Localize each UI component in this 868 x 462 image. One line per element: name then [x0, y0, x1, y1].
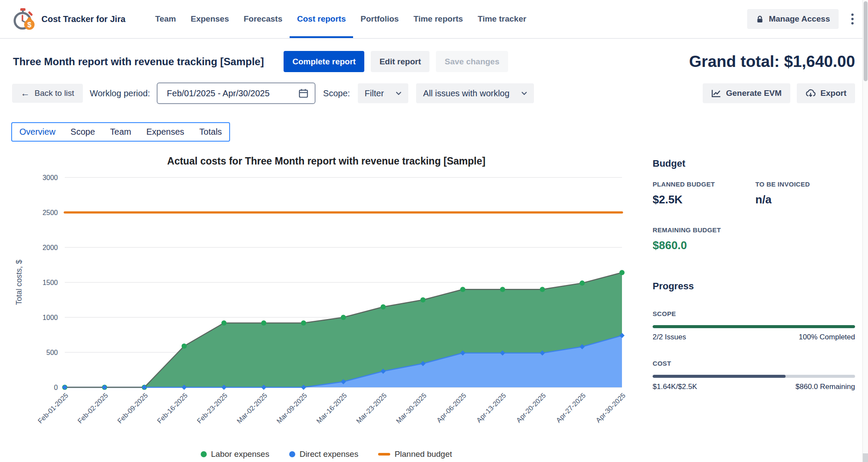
chart-title: Actual costs for Three Month report with… — [11, 155, 641, 167]
svg-text:Apr-27-2025: Apr-27-2025 — [555, 392, 587, 424]
svg-text:Apr-30-2025: Apr-30-2025 — [594, 392, 627, 424]
scope-label: Scope: — [323, 89, 350, 98]
more-options-button[interactable] — [848, 10, 857, 28]
svg-text:Feb-09-2025: Feb-09-2025 — [116, 392, 149, 425]
svg-text:Mar-30-2025: Mar-30-2025 — [395, 392, 428, 425]
manage-access-button[interactable]: Manage Access — [747, 9, 839, 29]
svg-text:Feb-02-2025: Feb-02-2025 — [76, 392, 110, 425]
scrollbar-corner — [863, 453, 868, 462]
cost-progress-track — [653, 375, 855, 378]
primary-nav: Team Expenses Forecasts Cost reports Por… — [148, 0, 534, 38]
scope-issues-text: 2/2 Issues — [653, 333, 686, 342]
scrollbar-thumb[interactable] — [864, 1, 868, 81]
legend-item-direct[interactable]: Direct expenses — [289, 449, 358, 459]
report-bar: Three Month report with revenue tracking… — [0, 51, 868, 72]
nav-item-cost-reports[interactable]: Cost reports — [290, 0, 353, 38]
tab-team[interactable]: Team — [110, 127, 131, 137]
cloud-download-icon — [805, 89, 816, 98]
svg-text:2000: 2000 — [42, 244, 58, 251]
chart-line-icon — [711, 89, 721, 98]
issues-scope-dropdown[interactable]: All issues with worklog — [416, 83, 534, 103]
svg-text:Mar-02-2025: Mar-02-2025 — [235, 392, 268, 425]
svg-text:Mar-16-2025: Mar-16-2025 — [315, 392, 348, 425]
back-to-list-button[interactable]: ← Back to list — [12, 84, 83, 103]
app-title: Cost Tracker for Jira — [41, 14, 126, 24]
scope-completed-text: 100% Completed — [799, 333, 855, 342]
scope-progress-track — [653, 325, 855, 328]
generate-evm-button[interactable]: Generate EVM — [703, 83, 790, 103]
remaining-budget-value: $860.0 — [653, 239, 855, 252]
scope-progress-fill — [653, 325, 855, 328]
svg-text:Apr-20-2025: Apr-20-2025 — [515, 392, 547, 424]
cost-remaining-text: $860.0 Remaining — [795, 383, 855, 391]
svg-text:0: 0 — [54, 384, 58, 391]
legend-item-labor[interactable]: Labor expenses — [201, 449, 269, 459]
labor-legend-dot-icon — [201, 451, 207, 457]
planned-budget-value: $2.5K — [653, 193, 755, 206]
svg-text:1000: 1000 — [42, 314, 58, 321]
svg-text:1500: 1500 — [42, 279, 58, 286]
to-be-invoiced-value: n/a — [755, 193, 855, 206]
svg-text:Total costs, $: Total costs, $ — [15, 259, 23, 305]
to-be-invoiced-label: TO BE INVOICED — [755, 180, 855, 188]
cost-progress-label: COST — [653, 360, 855, 367]
nav-item-time-reports[interactable]: Time reports — [406, 0, 470, 38]
nav-item-time-tracker[interactable]: Time tracker — [470, 0, 534, 38]
nav-item-forecasts[interactable]: Forecasts — [237, 0, 290, 38]
legend-item-budget[interactable]: Planned budget — [378, 449, 452, 459]
chart-legend: Labor expenses Direct expenses Planned b… — [11, 449, 641, 459]
cost-chart: 050010001500200025003000Feb-01-2025Feb-0… — [11, 168, 641, 448]
summary-sidebar: Budget PLANNED BUDGET $2.5K TO BE INVOIC… — [653, 148, 855, 459]
nav-item-portfolios[interactable]: Portfolios — [353, 0, 406, 38]
worklog-period-field[interactable] — [157, 82, 316, 104]
svg-text:Mar-23-2025: Mar-23-2025 — [355, 392, 388, 425]
back-arrow-icon: ← — [21, 88, 30, 98]
svg-text:Feb-16-2025: Feb-16-2025 — [156, 392, 189, 425]
svg-text:3000: 3000 — [42, 174, 58, 181]
cost-progress-fill — [653, 375, 786, 378]
tab-totals[interactable]: Totals — [199, 127, 222, 137]
report-title: Three Month report with revenue tracking… — [13, 56, 264, 68]
lock-icon — [756, 15, 764, 23]
svg-text:500: 500 — [46, 349, 58, 356]
remaining-budget-label: REMAINING BUDGET — [653, 226, 855, 234]
nav-item-team[interactable]: Team — [148, 0, 183, 38]
svg-text:Apr-13-2025: Apr-13-2025 — [475, 392, 508, 424]
svg-text:2500: 2500 — [42, 209, 58, 216]
svg-text:Feb-01-2025: Feb-01-2025 — [36, 392, 69, 425]
complete-report-button[interactable]: Complete report — [284, 51, 364, 72]
grand-total: Grand total: $1,640.00 — [689, 53, 855, 71]
tab-scope[interactable]: Scope — [70, 127, 95, 137]
main-content: Actual costs for Three Month report with… — [0, 148, 868, 459]
save-changes-button: Save changes — [436, 51, 508, 72]
chart-section: Actual costs for Three Month report with… — [11, 148, 641, 459]
report-tabs: Overview Scope Team Expenses Totals — [11, 122, 230, 142]
scope-filter-dropdown[interactable]: Filter — [358, 83, 408, 103]
progress-heading: Progress — [653, 281, 855, 292]
worklog-period-label: Worklog period: — [90, 89, 150, 98]
tab-overview[interactable]: Overview — [19, 127, 55, 137]
budget-legend-line-icon — [378, 453, 390, 456]
report-toolbar: ← Back to list Worklog period: Scope: Fi… — [0, 82, 868, 104]
nav-item-expenses[interactable]: Expenses — [183, 0, 237, 38]
export-button[interactable]: Export — [797, 83, 855, 103]
chevron-down-icon — [521, 92, 527, 95]
svg-text:Feb-23-2025: Feb-23-2025 — [196, 392, 229, 425]
cost-spent-text: $1.64K/$2.5K — [653, 383, 697, 391]
kebab-menu-icon — [851, 13, 854, 25]
app-header: $ Cost Tracker for Jira Team Expenses Fo… — [0, 0, 868, 39]
edit-report-button[interactable]: Edit report — [371, 51, 429, 72]
vertical-scrollbar[interactable] — [862, 0, 868, 462]
scope-progress-label: SCOPE — [653, 310, 855, 317]
app-logo-icon: $ — [11, 8, 35, 30]
calendar-icon[interactable] — [298, 88, 309, 98]
direct-legend-dot-icon — [289, 451, 295, 457]
chevron-down-icon — [396, 92, 401, 95]
planned-budget-label: PLANNED BUDGET — [653, 180, 755, 188]
app-brand: $ Cost Tracker for Jira — [11, 0, 126, 38]
svg-text:Mar-09-2025: Mar-09-2025 — [275, 392, 309, 425]
svg-text:Apr-06-2025: Apr-06-2025 — [435, 392, 467, 424]
worklog-period-input[interactable] — [167, 89, 294, 98]
svg-text:$: $ — [27, 21, 32, 29]
tab-expenses[interactable]: Expenses — [146, 127, 184, 137]
